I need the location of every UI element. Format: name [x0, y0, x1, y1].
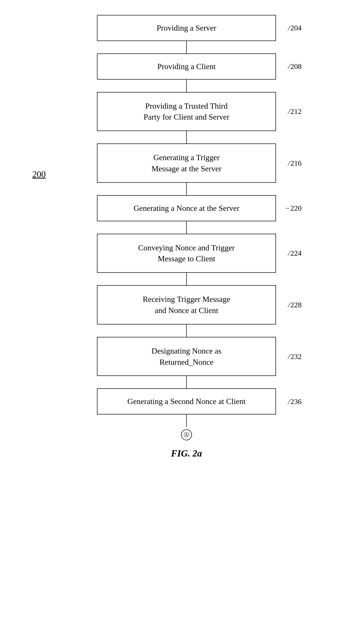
connector-2	[186, 80, 187, 92]
step-box-212: Providing a Trusted ThirdParty for Clien…	[97, 92, 276, 131]
step-wrapper-220: Generating a Nonce at the Server −220	[74, 195, 298, 221]
connector-7	[186, 324, 187, 337]
connector-4	[186, 183, 187, 195]
connector-5	[186, 221, 187, 234]
step-label-216: Generating a TriggerMessage at the Serve…	[152, 153, 222, 173]
step-number-220: −220	[285, 203, 302, 213]
step-label-208: Providing a Client	[158, 62, 216, 71]
step-label-220: Generating a Nonce at the Server	[134, 204, 240, 212]
step-box-236: Generating a Second Nonce at Client /236	[97, 388, 276, 414]
diagram-label: 200	[32, 169, 46, 180]
step-box-228: Receiving Trigger Messageand Nonce at Cl…	[97, 285, 276, 324]
step-label-228: Receiving Trigger Messageand Nonce at Cl…	[143, 295, 230, 315]
step-number-216: /216	[288, 158, 302, 168]
step-label-232: Designating Nonce asReturned_Nonce	[152, 346, 222, 366]
step-number-212: /212	[288, 106, 302, 116]
step-wrapper-208: Providing a Client /208	[74, 54, 298, 80]
page-container: 200 Providing a Server /204 Providing a …	[0, 0, 364, 638]
step-box-232: Designating Nonce asReturned_Nonce /232	[97, 337, 276, 376]
connector-6	[186, 273, 187, 285]
step-wrapper-224: Conveying Nonce and TriggerMessage to Cl…	[74, 234, 298, 273]
step-wrapper-236: Generating a Second Nonce at Client /236	[74, 388, 298, 414]
flowchart: Providing a Server /204 Providing a Clie…	[74, 15, 298, 459]
step-label-204: Providing a Server	[157, 23, 216, 32]
step-number-224: /224	[288, 248, 302, 258]
connector-9	[186, 414, 187, 427]
step-wrapper-216: Generating a TriggerMessage at the Serve…	[74, 144, 298, 183]
step-wrapper-232: Designating Nonce asReturned_Nonce /232	[74, 337, 298, 376]
step-box-204: Providing a Server /204	[97, 15, 276, 41]
circle-connector-label: Ⓐ	[184, 431, 189, 438]
connector-1	[186, 41, 187, 54]
step-box-224: Conveying Nonce and TriggerMessage to Cl…	[97, 234, 276, 273]
step-number-232: /232	[288, 351, 302, 362]
step-number-228: /228	[288, 300, 302, 310]
step-box-216: Generating a TriggerMessage at the Serve…	[97, 144, 276, 183]
step-wrapper-204: Providing a Server /204	[74, 15, 298, 41]
step-label-224: Conveying Nonce and TriggerMessage to Cl…	[138, 243, 235, 263]
step-label-236: Generating a Second Nonce at Client	[127, 397, 246, 406]
circle-connector-a: Ⓐ	[181, 430, 192, 440]
connector-3	[186, 131, 187, 144]
step-wrapper-228: Receiving Trigger Messageand Nonce at Cl…	[74, 285, 298, 324]
step-number-204: /204	[288, 23, 302, 33]
step-box-208: Providing a Client /208	[97, 54, 276, 80]
step-label-212: Providing a Trusted ThirdParty for Clien…	[144, 102, 230, 122]
step-number-208: /208	[288, 61, 302, 72]
step-box-220: Generating a Nonce at the Server −220	[97, 195, 276, 221]
step-wrapper-212: Providing a Trusted ThirdParty for Clien…	[74, 92, 298, 131]
connector-8	[186, 376, 187, 388]
step-number-236: /236	[288, 396, 302, 407]
figure-label: FIG. 2a	[171, 448, 202, 459]
